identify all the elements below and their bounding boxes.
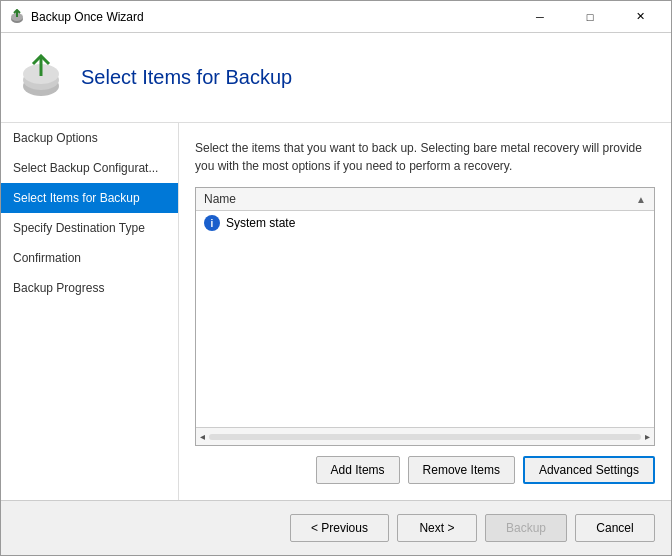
- sidebar-item-specify-destination-type[interactable]: Specify Destination Type: [1, 213, 178, 243]
- advanced-settings-button[interactable]: Advanced Settings: [523, 456, 655, 484]
- title-bar: Backup Once Wizard ─ □ ✕: [1, 1, 671, 33]
- title-bar-left: Backup Once Wizard: [9, 9, 144, 25]
- action-buttons: Add Items Remove Items Advanced Settings: [195, 456, 655, 484]
- scrollbar-track: [209, 434, 641, 440]
- list-header: Name ▲: [196, 188, 654, 211]
- horizontal-scrollbar[interactable]: ◂ ▸: [196, 427, 654, 445]
- sidebar-item-select-backup-configuration[interactable]: Select Backup Configurat...: [1, 153, 178, 183]
- system-state-icon: i: [204, 215, 220, 231]
- sidebar-item-backup-progress[interactable]: Backup Progress: [1, 273, 178, 303]
- items-list-container: Name ▲ i System state ◂ ▸: [195, 187, 655, 446]
- header-icon: [17, 54, 65, 102]
- minimize-button[interactable]: ─: [517, 7, 563, 27]
- footer: < Previous Next > Backup Cancel: [1, 500, 671, 555]
- previous-button[interactable]: < Previous: [290, 514, 389, 542]
- maximize-button[interactable]: □: [567, 7, 613, 27]
- sort-icon[interactable]: ▲: [636, 194, 646, 205]
- content-area: Backup Options Select Backup Configurat.…: [1, 123, 671, 500]
- page-title: Select Items for Backup: [81, 66, 292, 89]
- list-body[interactable]: i System state: [196, 211, 654, 427]
- scroll-right-arrow[interactable]: ▸: [645, 431, 650, 442]
- main-window: Backup Once Wizard ─ □ ✕ Select Items fo…: [0, 0, 672, 556]
- sidebar-item-backup-options[interactable]: Backup Options: [1, 123, 178, 153]
- sidebar-item-select-items-for-backup[interactable]: Select Items for Backup: [1, 183, 178, 213]
- sidebar: Backup Options Select Backup Configurat.…: [1, 123, 179, 500]
- app-icon: [9, 9, 25, 25]
- add-items-button[interactable]: Add Items: [316, 456, 400, 484]
- remove-items-button[interactable]: Remove Items: [408, 456, 515, 484]
- scroll-left-arrow[interactable]: ◂: [200, 431, 205, 442]
- close-button[interactable]: ✕: [617, 7, 663, 27]
- backup-button: Backup: [485, 514, 567, 542]
- page-header: Select Items for Backup: [1, 33, 671, 123]
- list-item[interactable]: i System state: [196, 211, 654, 235]
- column-name-header: Name: [204, 192, 236, 206]
- instruction-text: Select the items that you want to back u…: [195, 139, 655, 175]
- next-button[interactable]: Next >: [397, 514, 477, 542]
- window-title: Backup Once Wizard: [31, 10, 144, 24]
- main-panel: Select the items that you want to back u…: [179, 123, 671, 500]
- cancel-button[interactable]: Cancel: [575, 514, 655, 542]
- sidebar-item-confirmation[interactable]: Confirmation: [1, 243, 178, 273]
- title-controls: ─ □ ✕: [517, 7, 663, 27]
- system-state-label: System state: [226, 216, 295, 230]
